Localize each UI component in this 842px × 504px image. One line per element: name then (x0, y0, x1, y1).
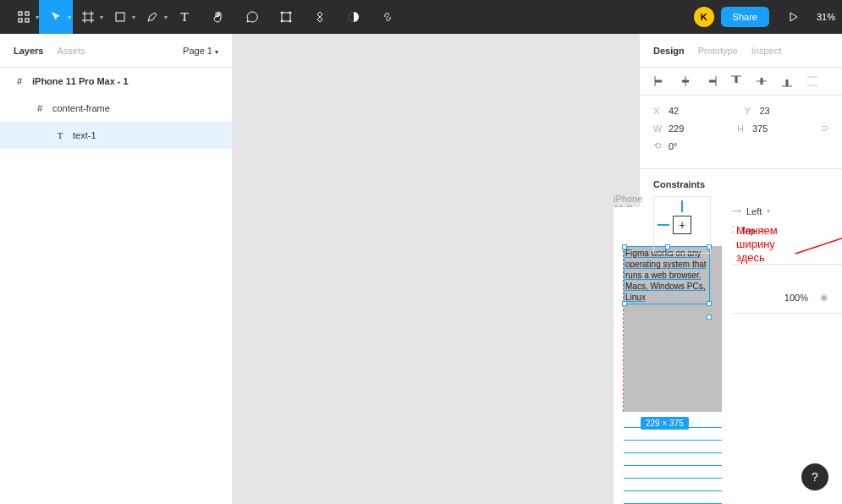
comment-tool-icon[interactable] (235, 0, 269, 34)
w-input[interactable]: 229 (669, 123, 711, 134)
mask-icon[interactable] (337, 0, 371, 34)
link-dimensions-icon[interactable]: ⊃ (821, 123, 828, 134)
zoom-level[interactable]: 31% (817, 12, 835, 22)
tab-assets[interactable]: Assets (57, 46, 85, 56)
rectangle-icon[interactable] (269, 0, 303, 34)
share-button[interactable]: Share (721, 7, 769, 27)
svg-point-10 (281, 12, 283, 14)
align-center-h-icon[interactable] (679, 74, 692, 88)
svg-rect-9 (282, 13, 290, 21)
y-input[interactable]: 23 (760, 106, 802, 116)
tab-prototype[interactable]: Prototype (698, 46, 738, 56)
svg-point-12 (281, 20, 283, 22)
play-icon[interactable] (776, 0, 810, 34)
resize-handle[interactable] (622, 301, 627, 306)
content-frame[interactable]: Figma works on any operating system that… (624, 246, 722, 412)
svg-rect-1 (19, 19, 22, 22)
rotation-icon: ⟲ (653, 140, 663, 151)
layer-row-content[interactable]: # content-frame (0, 95, 232, 122)
avatar[interactable]: K (694, 7, 714, 27)
top-toolbar: ▾ ▾ ▾ ▾ ▾ T K Share 31% (0, 0, 842, 34)
align-tools (640, 68, 842, 96)
opacity-input[interactable]: 100% (784, 293, 808, 303)
tab-layers[interactable]: Layers (14, 46, 43, 56)
hand-tool-icon[interactable] (201, 0, 235, 34)
text-icon: T (54, 130, 66, 140)
link-icon[interactable] (371, 0, 404, 34)
chevron-down-icon[interactable]: ▾ (100, 14, 103, 21)
constraints-title: Constraints (653, 179, 828, 189)
help-button[interactable]: ? (801, 463, 828, 490)
constraint-h-select[interactable]: ⟼ Left ▾ (728, 205, 770, 216)
svg-line-15 (795, 224, 842, 254)
left-panel: Layers Assets Page 1 ▾ # iPhone 11 Pro M… (0, 34, 233, 504)
text-tool-icon[interactable]: T (168, 0, 201, 34)
svg-rect-3 (25, 19, 29, 22)
align-right-icon[interactable] (704, 74, 718, 88)
svg-point-11 (289, 12, 291, 14)
h-input[interactable]: 375 (752, 123, 795, 134)
layer-label: content-frame (52, 103, 110, 113)
rotation-input[interactable]: 0° (669, 141, 711, 151)
tab-design[interactable]: Design (653, 46, 685, 56)
position-section: X42 Y23 W229 H375 ⊃ ⟲0° (640, 96, 842, 169)
svg-rect-0 (19, 12, 22, 15)
layer-label: text-1 (73, 130, 96, 140)
align-center-v-icon[interactable] (755, 74, 768, 88)
text-selection[interactable]: Figma works on any operating system that… (624, 246, 710, 304)
frame-icon: # (34, 103, 46, 113)
canvas[interactable]: iPhone 11 Pro Max - 1 Figma works on any… (233, 34, 639, 504)
chevron-down-icon[interactable]: ▾ (132, 14, 135, 21)
h-label: H (737, 123, 747, 134)
align-bottom-icon[interactable] (780, 74, 794, 88)
chevron-down-icon[interactable]: ▾ (68, 14, 71, 21)
overflow-lines (624, 427, 722, 504)
align-top-icon[interactable] (729, 74, 743, 88)
tab-inspect[interactable]: Inspect (751, 46, 781, 56)
resize-handle[interactable] (622, 244, 627, 249)
components-icon[interactable] (303, 0, 337, 34)
distribute-icon[interactable] (806, 74, 819, 88)
w-label: W (653, 123, 663, 134)
align-left-icon[interactable] (653, 74, 667, 88)
x-label: X (653, 106, 663, 116)
resize-handle[interactable] (707, 301, 712, 306)
resize-handle[interactable] (707, 315, 712, 320)
frame-icon: # (14, 76, 25, 86)
layer-row-text[interactable]: T text-1 (0, 122, 232, 149)
visibility-icon[interactable]: ◉ (820, 292, 828, 303)
chevron-down-icon[interactable]: ▾ (164, 14, 168, 21)
text-content: Figma works on any operating system that… (625, 249, 707, 302)
layer-row-frame[interactable]: # iPhone 11 Pro Max - 1 (0, 68, 232, 95)
constraints-widget[interactable]: + (653, 196, 711, 254)
svg-point-13 (289, 20, 291, 22)
annotation-text: Меняем ширину здесь (736, 224, 778, 265)
layer-label: iPhone 11 Pro Max - 1 (32, 76, 129, 86)
svg-rect-2 (25, 12, 29, 15)
page-selector[interactable]: Page 1 ▾ (183, 46, 218, 56)
y-label: Y (745, 106, 755, 116)
svg-rect-8 (116, 13, 124, 21)
x-input[interactable]: 42 (669, 106, 711, 116)
arrow-annotation (791, 220, 842, 262)
chevron-down-icon[interactable]: ▾ (36, 14, 39, 21)
